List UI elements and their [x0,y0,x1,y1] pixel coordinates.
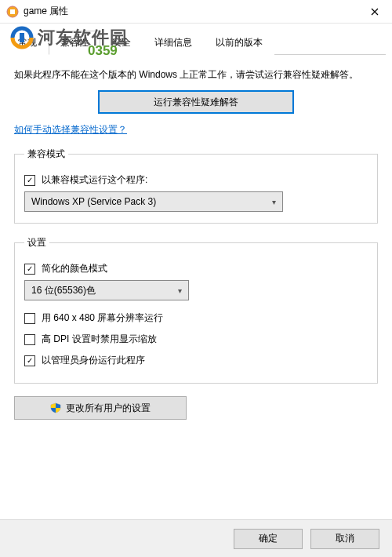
all-users-label: 更改所有用户的设置 [66,402,151,415]
help-link[interactable]: 如何手动选择兼容性设置？ [14,123,127,137]
admin-label: 以管理员身份运行此程序 [42,354,145,367]
tab-compatibility[interactable]: 兼容性 [49,31,100,55]
res640-checkbox[interactable] [24,313,35,324]
color-mode-select[interactable]: 16 位(65536)色 ▾ [24,280,189,300]
reduced-color-checkbox[interactable]: ✓ [24,264,35,275]
tab-content: 如果此程序不能在这个版本的 Windows 上正常工作，请尝试运行兼容性疑难解答… [0,55,392,432]
shield-icon [50,402,61,413]
titlebar: game 属性 [0,0,392,24]
tab-security[interactable]: 安全 [100,31,143,55]
reduced-color-label: 简化的颜色模式 [42,262,107,275]
close-icon [371,8,379,16]
all-users-button[interactable]: 更改所有用户的设置 [14,396,187,420]
compat-mode-value: Windows XP (Service Pack 3) [31,196,156,207]
res640-label: 用 640 x 480 屏幕分辨率运行 [42,311,163,325]
intro-text: 如果此程序不能在这个版本的 Windows 上正常工作，请尝试运行兼容性疑难解答… [14,67,378,82]
tab-details[interactable]: 详细信息 [143,31,204,55]
dialog-footer: 确定 取消 [0,519,392,557]
compat-mode-select[interactable]: Windows XP (Service Pack 3) ▾ [24,191,283,212]
svg-rect-1 [10,9,15,14]
compat-mode-group: 兼容模式 ✓ 以兼容模式运行这个程序: Windows XP (Service … [14,147,378,224]
compat-mode-checkbox[interactable]: ✓ [24,175,35,186]
close-button[interactable] [357,0,392,24]
compat-mode-label: 以兼容模式运行这个程序: [42,173,147,187]
settings-group: 设置 ✓ 简化的颜色模式 16 位(65536)色 ▾ 用 640 x 480 … [14,236,378,384]
chevron-down-icon: ▾ [178,286,182,295]
settings-legend: 设置 [24,236,49,249]
window-title: game 属性 [24,5,357,18]
app-icon [6,5,19,18]
dpi-label: 高 DPI 设置时禁用显示缩放 [42,333,157,346]
admin-checkbox[interactable]: ✓ [24,355,35,366]
tab-previous[interactable]: 以前的版本 [204,31,274,55]
dpi-checkbox[interactable] [24,334,35,345]
color-mode-value: 16 位(65536)色 [31,284,96,297]
troubleshoot-button[interactable]: 运行兼容性疑难解答 [98,90,294,114]
ok-button[interactable]: 确定 [234,529,303,549]
cancel-button[interactable]: 取消 [310,529,379,549]
compat-mode-legend: 兼容模式 [24,147,68,161]
tabstrip: 常规 兼容性 安全 详细信息 以前的版本 [6,30,386,55]
chevron-down-icon: ▾ [272,198,276,206]
tab-general[interactable]: 常规 [6,31,49,55]
